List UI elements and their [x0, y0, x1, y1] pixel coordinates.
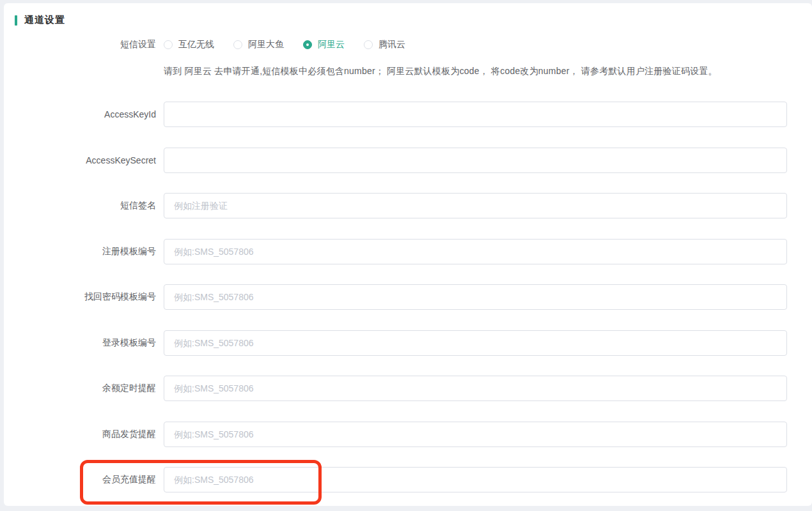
field-row-balance-reminder: 余额定时提醒: [4, 376, 812, 401]
radio-circle-icon[interactable]: [303, 40, 312, 49]
aliyun-helper-row: 请到 阿里云 去申请开通,短信模板中必须包含number； 阿里云默认模板为co…: [4, 66, 812, 77]
reset-password-template-label: 找回密码模板编号: [4, 291, 164, 303]
balance-reminder-label: 余额定时提醒: [4, 383, 164, 394]
channel-settings-card: 通道设置 短信设置 互亿无线 阿里大鱼 阿里云 腾讯云: [4, 3, 812, 506]
card-header: 通道设置: [4, 3, 812, 26]
radio-circle-icon[interactable]: [233, 40, 242, 49]
delivery-reminder-label: 商品发货提醒: [4, 429, 164, 440]
login-template-label: 登录模板编号: [4, 337, 164, 349]
reset-password-template-input[interactable]: [164, 284, 787, 310]
field-row-member-recharge: 会员充值提醒: [4, 467, 812, 492]
title-accent-bar: [15, 15, 17, 26]
balance-reminder-input[interactable]: [164, 376, 787, 401]
sms-provider-radio-group: 互亿无线 阿里大鱼 阿里云 腾讯云: [164, 39, 425, 50]
accesskeysecret-label: AccessKeySecret: [4, 155, 164, 165]
sms-provider-label: 短信设置: [4, 39, 164, 50]
sms-settings-form: 短信设置 互亿无线 阿里大鱼 阿里云 腾讯云: [4, 39, 812, 492]
member-recharge-label: 会员充值提醒: [4, 474, 164, 485]
sms-sign-label: 短信签名: [4, 200, 164, 211]
field-row-sms-sign: 短信签名: [4, 193, 812, 218]
field-row-accesskeysecret: AccessKeySecret: [4, 148, 812, 173]
radio-circle-icon[interactable]: [364, 40, 373, 49]
accesskeyid-label: AccessKeyId: [4, 109, 164, 119]
member-recharge-input[interactable]: [164, 467, 787, 492]
sms-sign-input[interactable]: [164, 193, 787, 218]
login-template-input[interactable]: [164, 330, 787, 356]
accesskeyid-input[interactable]: [164, 102, 787, 127]
register-template-input[interactable]: [164, 239, 787, 264]
radio-circle-icon[interactable]: [164, 40, 173, 49]
radio-ali-dayu[interactable]: 阿里大鱼: [233, 39, 284, 50]
radio-huyi-wireless[interactable]: 互亿无线: [164, 39, 214, 50]
sms-provider-row: 短信设置 互亿无线 阿里大鱼 阿里云 腾讯云: [4, 39, 812, 50]
page-title: 通道设置: [24, 14, 65, 26]
field-list: AccessKeyId AccessKeySecret 短信签名 注册模板编号 …: [4, 102, 812, 492]
accesskeysecret-input[interactable]: [164, 148, 787, 173]
aliyun-helper-text: 请到 阿里云 去申请开通,短信模板中必须包含number； 阿里云默认模板为co…: [164, 66, 717, 77]
radio-aliyun[interactable]: 阿里云: [303, 39, 345, 50]
field-row-accesskeyid: AccessKeyId: [4, 102, 812, 127]
delivery-reminder-input[interactable]: [164, 422, 787, 447]
field-row-reset-password-template: 找回密码模板编号: [4, 284, 812, 310]
field-row-register-template: 注册模板编号: [4, 239, 812, 264]
radio-tencent-cloud[interactable]: 腾讯云: [364, 39, 405, 50]
register-template-label: 注册模板编号: [4, 246, 164, 257]
field-row-login-template: 登录模板编号: [4, 330, 812, 356]
field-row-delivery-reminder: 商品发货提醒: [4, 422, 812, 447]
